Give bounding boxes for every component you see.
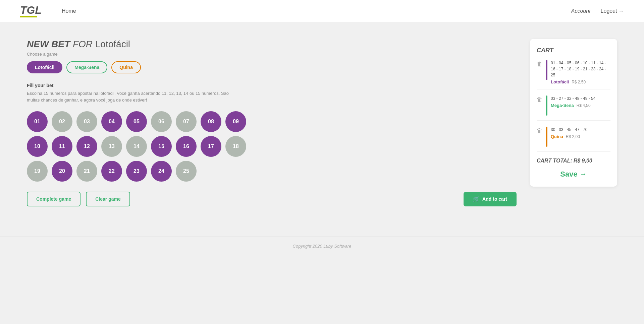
quina-price: R$ 2,00 (566, 134, 580, 139)
number-grid: 0102030405060708091011121314151617181920… (27, 111, 248, 182)
account-link[interactable]: Account (571, 8, 591, 14)
number-btn-07[interactable]: 07 (176, 111, 197, 132)
delete-megasena-icon[interactable]: 🗑 (537, 96, 543, 103)
title-game: Lotofácil (95, 39, 130, 49)
add-to-cart-label: Add to cart (482, 196, 507, 202)
megasena-game-name: Mega-Sena (551, 103, 574, 108)
logo: TGL (20, 5, 42, 17)
quina-numbers: 30 - 33 - 45 - 47 - 70 (551, 127, 610, 133)
number-btn-16[interactable]: 16 (176, 136, 197, 157)
lotofacil-price: R$ 2,50 (572, 80, 586, 84)
action-buttons: Complete game Clear game 🛒 Add to cart (27, 192, 517, 206)
cart-total: CART TOTAL: R$ 9,00 (537, 158, 610, 164)
number-btn-03[interactable]: 03 (76, 111, 97, 132)
cart-item-lotofacil: 🗑 01 - 04 - 05 - 06 - 10 - 11 - 14 - 16 … (537, 60, 610, 89)
number-btn-17[interactable]: 17 (201, 136, 221, 157)
page-title: NEW BET FOR Lotofácil (27, 39, 517, 50)
cart-item-megasena: 🗑 03 - 27 - 32 - 48 - 49 - 54 Mega-Sena … (537, 95, 610, 121)
fill-desc: Escolha 15 números para apostar na lotof… (27, 90, 235, 103)
lotofacil-game-name: Lotofácil (551, 79, 569, 84)
logo-text: TGL (20, 5, 42, 15)
title-for: FOR (73, 39, 93, 49)
number-btn-10[interactable]: 10 (27, 136, 48, 157)
clear-game-button[interactable]: Clear game (86, 192, 130, 206)
number-btn-23[interactable]: 23 (126, 161, 147, 182)
header-right: Account Logout → (571, 8, 624, 14)
cart-icon: 🛒 (473, 196, 480, 202)
quina-color-bar (546, 127, 547, 147)
copyright: Copyright 2020 Luby Software (293, 244, 352, 249)
delete-quina-icon[interactable]: 🗑 (537, 127, 543, 134)
number-btn-24[interactable]: 24 (151, 161, 172, 182)
number-btn-25[interactable]: 25 (176, 161, 197, 182)
number-btn-11[interactable]: 11 (52, 136, 72, 157)
add-to-cart-button[interactable]: 🛒 Add to cart (464, 192, 517, 206)
tab-lotofacil[interactable]: Lotofácil (27, 61, 62, 73)
number-btn-21[interactable]: 21 (76, 161, 97, 182)
number-btn-09[interactable]: 09 (225, 111, 246, 132)
number-btn-08[interactable]: 08 (201, 111, 221, 132)
number-btn-18[interactable]: 18 (225, 136, 246, 157)
megasena-color-bar (546, 95, 547, 116)
number-btn-01[interactable]: 01 (27, 111, 48, 132)
delete-lotofacil-icon[interactable]: 🗑 (537, 61, 543, 68)
tab-quina[interactable]: Quina (111, 61, 141, 73)
choose-label: Choose a game (27, 52, 517, 57)
number-btn-06[interactable]: 06 (151, 111, 172, 132)
cart-panel: CART 🗑 01 - 04 - 05 - 06 - 10 - 11 - 14 … (530, 39, 617, 206)
number-btn-04[interactable]: 04 (101, 111, 122, 132)
quina-info: 30 - 33 - 45 - 47 - 70 Quina R$ 2,00 (551, 127, 610, 139)
logout-button[interactable]: Logout → (601, 8, 624, 14)
megasena-game-row: Mega-Sena R$ 4,50 (551, 103, 610, 108)
number-btn-19[interactable]: 19 (27, 161, 48, 182)
left-panel: NEW BET FOR Lotofácil Choose a game Loto… (27, 39, 517, 206)
cart-item-quina: 🗑 30 - 33 - 45 - 47 - 70 Quina R$ 2,00 (537, 127, 610, 152)
number-btn-02[interactable]: 02 (52, 111, 72, 132)
lotofacil-info: 01 - 04 - 05 - 06 - 10 - 11 - 14 - 16 - … (551, 60, 610, 84)
number-btn-15[interactable]: 15 (151, 136, 172, 157)
quina-game-name: Quina (551, 134, 563, 139)
lotofacil-numbers: 01 - 04 - 05 - 06 - 10 - 11 - 14 - 16 - … (551, 60, 610, 78)
cart-total-label: CART TOTAL: (537, 158, 572, 164)
megasena-numbers: 03 - 27 - 32 - 48 - 49 - 54 (551, 95, 610, 102)
logo-underline (20, 16, 37, 17)
quina-game-row: Quina R$ 2,00 (551, 134, 610, 139)
lotofacil-color-bar (546, 60, 547, 80)
header: TGL Home Account Logout → (0, 0, 644, 22)
number-btn-12[interactable]: 12 (76, 136, 97, 157)
number-btn-14[interactable]: 14 (126, 136, 147, 157)
number-btn-05[interactable]: 05 (126, 111, 147, 132)
cart-total-value: R$ 9,00 (574, 158, 592, 164)
megasena-price: R$ 4,50 (577, 103, 591, 108)
number-btn-13[interactable]: 13 (101, 136, 122, 157)
number-btn-20[interactable]: 20 (52, 161, 72, 182)
lotofacil-game-row: Lotofácil R$ 2,50 (551, 79, 610, 84)
main-content: NEW BET FOR Lotofácil Choose a game Loto… (0, 22, 644, 223)
complete-game-button[interactable]: Complete game (27, 192, 80, 206)
nav-home-link[interactable]: Home (62, 8, 76, 14)
footer: Copyright 2020 Luby Software (0, 237, 644, 255)
game-tabs: Lotofácil Mega-Sena Quina (27, 61, 517, 73)
fill-label: Fill your bet (27, 83, 517, 88)
title-new-bet: NEW BET (27, 39, 70, 49)
cart-title: CART (537, 47, 610, 54)
tab-megasena[interactable]: Mega-Sena (66, 61, 107, 73)
number-btn-22[interactable]: 22 (101, 161, 122, 182)
megasena-info: 03 - 27 - 32 - 48 - 49 - 54 Mega-Sena R$… (551, 95, 610, 108)
cart-container: CART 🗑 01 - 04 - 05 - 06 - 10 - 11 - 14 … (530, 39, 617, 187)
save-button[interactable]: Save → (537, 170, 610, 179)
